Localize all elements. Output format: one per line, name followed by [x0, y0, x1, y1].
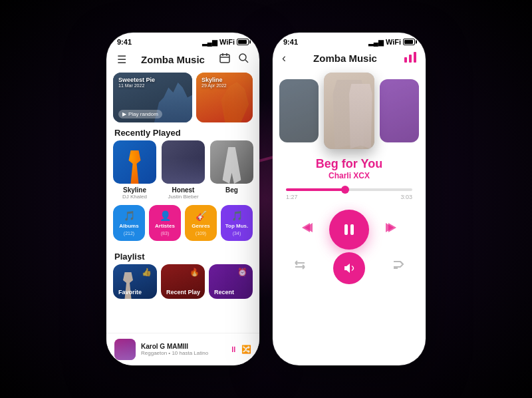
track-artist-honest: Justin Bieber: [162, 194, 205, 200]
prev-button[interactable]: [300, 220, 316, 240]
menu-button[interactable]: ☰: [116, 52, 128, 67]
player-controls: [273, 204, 426, 255]
artists-label: Artistes: [155, 223, 175, 229]
left-phone: 9:41 ▂▄▆ WiFi ☰ Zomba Music: [106, 33, 259, 365]
next-button[interactable]: [382, 220, 398, 240]
album-art-right[interactable]: [380, 79, 419, 142]
wifi-icon: WiFi: [219, 38, 235, 46]
shuffle-button[interactable]: [391, 258, 406, 275]
chart-icon: [404, 52, 416, 65]
track-honest[interactable]: Honest Justin Bieber: [162, 140, 205, 200]
genres-label: Genres: [192, 223, 210, 229]
volume-button[interactable]: [333, 252, 365, 284]
category-top-button[interactable]: 🎵 Top Mus. (34): [221, 205, 253, 241]
track-artist-skyline: DJ Khaled: [113, 194, 156, 200]
album-art-center[interactable]: [324, 73, 375, 149]
album-art-left[interactable]: [279, 79, 319, 142]
np-shuffle-button[interactable]: 🔀: [241, 345, 251, 354]
wifi-icon-right: WiFi: [386, 38, 401, 46]
svg-rect-12: [350, 224, 354, 235]
pl-favorite-icon: 👍: [142, 268, 152, 277]
signal-icon-right: ▂▄▆: [368, 39, 384, 46]
album-carousel: [273, 71, 426, 150]
categories-grid: 🎵 Albums (212) 👤 Artistes (83) 🎸 Genres …: [106, 200, 259, 246]
phones-container: 9:41 ▂▄▆ WiFi ☰ Zomba Music: [106, 33, 426, 365]
np-title: Karol G MAMIII: [141, 343, 224, 350]
right-phone: 9:41 ▂▄▆ WiFi ‹ Zomba Music: [273, 33, 426, 365]
pl-recent2-label: Recent: [214, 289, 234, 296]
top-count: (34): [233, 231, 241, 236]
svg-rect-0: [220, 55, 229, 63]
right-app-title: Zomba Music: [313, 53, 377, 64]
playlist-header: Playlist: [106, 246, 259, 264]
song-info: Beg for You Charli XCX: [273, 150, 426, 184]
app-title-left: Zomba Music: [141, 54, 205, 65]
progress-thumb: [341, 186, 349, 194]
progress-fill: [286, 188, 345, 191]
genres-count: (109): [196, 231, 206, 236]
progress-area: 1:27 3:03: [273, 184, 426, 204]
top-icon: 🎵: [231, 210, 243, 221]
pause-button[interactable]: [329, 210, 369, 250]
top-label: Top Mus.: [225, 223, 249, 229]
recently-played-header: Recently Played: [106, 122, 259, 140]
battery-icon: [237, 39, 249, 45]
track-beg[interactable]: Beg: [210, 140, 253, 200]
playlist-row: Favorite 👍 Recent Play 🔥 Recent ⏰: [106, 264, 259, 299]
back-button[interactable]: ‹: [282, 51, 286, 65]
category-albums-button[interactable]: 🎵 Albums (212): [113, 205, 145, 241]
search-button[interactable]: [237, 51, 250, 67]
status-time-left: 9:41: [117, 38, 132, 46]
category-genres-button[interactable]: 🎸 Genres (109): [185, 205, 217, 241]
svg-marker-10: [302, 223, 310, 232]
pl-recent2-icon: ⏰: [237, 268, 247, 277]
status-icons-right: ▂▄▆ WiFi: [368, 38, 415, 46]
status-bar-left: 9:41 ▂▄▆ WiFi: [106, 33, 259, 49]
banner-area: Sweetest Pie 11 Mar 2022 ▶ Play random S…: [113, 73, 253, 122]
battery-icon-right: [403, 39, 415, 45]
artists-icon: 👤: [160, 210, 171, 221]
playlist-recent2[interactable]: Recent ⏰: [209, 264, 253, 299]
right-header: ‹ Zomba Music: [273, 49, 426, 71]
calendar-button[interactable]: [218, 51, 231, 67]
banner-card-sweetest-pie[interactable]: Sweetest Pie 11 Mar 2022 ▶ Play random: [113, 73, 192, 122]
status-bar-right: 9:41 ▂▄▆ WiFi: [273, 33, 426, 49]
albums-icon: 🎵: [124, 210, 135, 221]
pl-recent-icon: 🔥: [190, 268, 200, 277]
np-artist: Reggaeton • 10 hasta Latino: [141, 350, 224, 356]
svg-line-5: [245, 60, 248, 63]
svg-marker-14: [388, 223, 396, 232]
np-controls: ⏸ 🔀: [229, 345, 251, 354]
category-artists-button[interactable]: 👤 Artistes (83): [149, 205, 181, 241]
status-time-right: 9:41: [283, 38, 298, 46]
status-icons-left: ▂▄▆ WiFi: [202, 38, 249, 46]
np-thumbnail: [114, 339, 136, 360]
artists-count: (83): [161, 231, 169, 236]
svg-point-4: [239, 54, 246, 61]
progress-times: 1:27 3:03: [286, 194, 412, 200]
svg-rect-6: [404, 57, 407, 63]
playlist-recent-play[interactable]: Recent Play 🔥: [161, 264, 205, 299]
song-title: Beg for You: [273, 157, 426, 171]
now-playing-bar: Karol G MAMIII Reggaeton • 10 hasta Lati…: [106, 333, 259, 365]
svg-rect-8: [414, 52, 416, 63]
banner-card-skyline[interactable]: Skyline 29 Apr 2022: [196, 73, 253, 122]
np-info: Karol G MAMIII Reggaeton • 10 hasta Lati…: [141, 343, 224, 356]
track-name-beg: Beg: [210, 186, 253, 194]
extra-controls: [273, 255, 426, 283]
play-random-button[interactable]: ▶ Play random: [118, 110, 162, 118]
song-artist: Charli XCX: [273, 171, 426, 180]
albums-count: (212): [124, 231, 134, 236]
np-pause-button[interactable]: ⏸: [229, 345, 237, 354]
progress-bar[interactable]: [286, 188, 412, 191]
track-name-honest: Honest: [162, 186, 205, 194]
albums-label: Albums: [119, 223, 138, 229]
repeat-button[interactable]: [293, 258, 307, 275]
current-time: 1:27: [286, 194, 298, 200]
banner-title-left: Sweetest Pie 11 Mar 2022: [118, 77, 155, 88]
pl-favorite-label: Favorite: [118, 289, 142, 296]
playlist-favorite[interactable]: Favorite 👍: [113, 264, 157, 299]
track-skyline[interactable]: Skyline DJ Khaled: [113, 140, 156, 200]
total-time: 3:03: [400, 194, 412, 200]
header-icons-left: [218, 51, 250, 67]
